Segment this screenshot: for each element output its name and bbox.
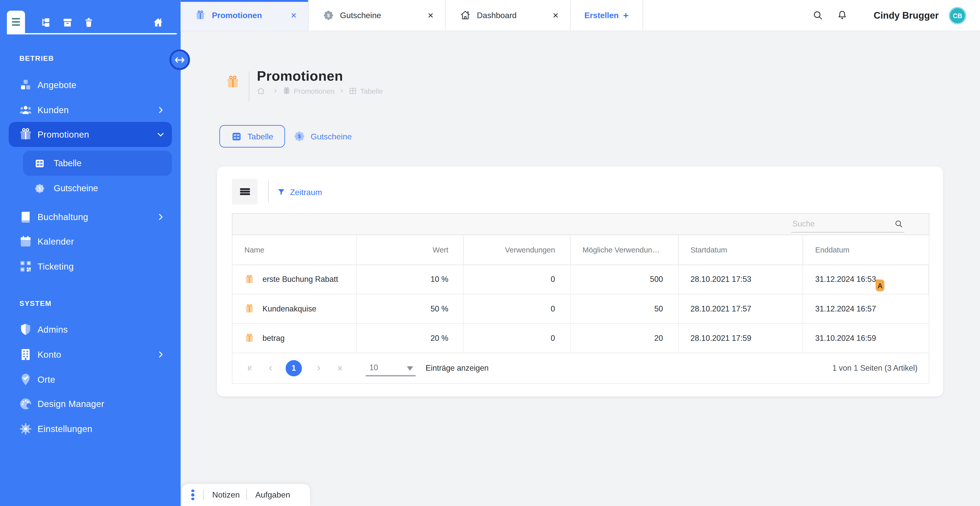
sidebar-item-konto[interactable]: Konto xyxy=(0,342,181,367)
page-title: Promotionen xyxy=(257,68,343,84)
sidebar-collapse-toggle[interactable] xyxy=(169,49,190,70)
cell-name: Kundenakquise xyxy=(262,305,317,313)
sidebar-item-label: Kalender xyxy=(38,236,74,247)
close-icon[interactable]: ✕ xyxy=(412,11,434,20)
next-page-icon[interactable] xyxy=(315,364,322,372)
view-tab-label: Tabelle xyxy=(248,132,273,141)
sidebar-item-einstellungen[interactable]: Einstellungen xyxy=(0,416,181,441)
drag-handle-dots-icon[interactable] xyxy=(191,488,194,501)
svg-text:$: $ xyxy=(327,13,330,18)
column-header-verwendungen[interactable]: Verwendungen xyxy=(464,235,571,264)
cell-enddatum: 31.10.2024 16:59 xyxy=(803,324,929,353)
filter-zeitraum-button[interactable]: Zeitraum xyxy=(277,183,322,201)
sidebar-item-ticketing[interactable]: Ticketing xyxy=(0,254,181,279)
column-header-enddatum[interactable]: Enddatum xyxy=(803,235,929,264)
sidebar-item-promotionen[interactable]: Promotionen xyxy=(9,122,172,147)
sidebar-item-angebote[interactable]: Angebote xyxy=(0,73,181,97)
column-header-startdatum[interactable]: Startdatum xyxy=(679,235,803,264)
cell-moegliche: 20 xyxy=(571,324,679,353)
sidebar: BETRIEB Angebote Kunden Promotionen Tabe… xyxy=(0,0,181,506)
building-icon xyxy=(19,348,32,361)
tab-gutscheine[interactable]: $ Gutscheine ✕ xyxy=(309,0,445,31)
sidebar-item-label: Angebote xyxy=(38,80,76,90)
first-page-icon[interactable] xyxy=(246,364,254,372)
dock-tab-notizen[interactable]: Notizen xyxy=(212,490,240,500)
archive-icon[interactable] xyxy=(62,17,73,28)
close-icon[interactable]: ✕ xyxy=(275,11,297,20)
table-row[interactable]: betrag 20 % 0 20 28.10.2021 17:59 31.10.… xyxy=(232,324,929,353)
table-menu-button[interactable] xyxy=(232,179,258,204)
sidebar-item-label: Admins xyxy=(38,325,68,334)
sidebar-item-buchhaltung[interactable]: Buchhaltung xyxy=(0,205,181,229)
tab-label: Dashboard xyxy=(477,11,517,20)
last-page-icon[interactable] xyxy=(336,364,343,372)
home-icon[interactable] xyxy=(153,17,164,28)
close-icon[interactable]: ✕ xyxy=(538,11,558,20)
sidebar-section-betrieb: BETRIEB xyxy=(19,54,54,62)
caret-down-icon xyxy=(407,366,413,371)
sidebar-item-orte[interactable]: Orte xyxy=(0,367,181,392)
sidebar-item-label: Kunden xyxy=(38,105,69,115)
trash-icon[interactable] xyxy=(83,17,94,28)
sidebar-item-design-manager[interactable]: Design Manager xyxy=(0,391,181,416)
prev-page-icon[interactable] xyxy=(267,364,274,372)
sidebar-item-label: Orte xyxy=(38,374,56,385)
column-header-moegliche-verwendungen[interactable]: Mögliche Verwendun… xyxy=(571,235,679,264)
column-header-name[interactable]: Name xyxy=(232,235,356,264)
sidebar-item-label: Buchhaltung xyxy=(38,212,88,222)
tab-dashboard[interactable]: Dashboard ✕ xyxy=(445,0,571,31)
table-row[interactable]: erste Buchung Rabatt 10 % 0 500 28.10.20… xyxy=(232,265,929,294)
chevron-right-icon xyxy=(156,106,165,115)
shield-icon xyxy=(19,323,32,336)
sidebar-item-kalender[interactable]: Kalender xyxy=(0,229,181,254)
bell-icon[interactable] xyxy=(837,10,848,21)
sidebar-subitem-tabelle[interactable]: Tabelle xyxy=(23,151,172,176)
header-divider xyxy=(249,71,249,102)
home-icon[interactable] xyxy=(257,87,265,95)
search-input[interactable] xyxy=(792,218,886,230)
calendar-icon xyxy=(19,234,32,248)
sidebar-item-admins[interactable]: Admins xyxy=(0,317,181,342)
sidebar-menu-button[interactable] xyxy=(7,11,25,33)
sitemap-icon[interactable] xyxy=(40,17,51,28)
cell-verwendungen: 0 xyxy=(464,324,571,353)
breadcrumb-promotionen[interactable]: Promotionen xyxy=(294,87,334,95)
dock-divider xyxy=(203,490,204,500)
table-row[interactable]: Kundenakquise 50 % 0 50 28.10.2021 17:57… xyxy=(232,294,929,324)
sidebar-item-label: Konto xyxy=(38,350,61,360)
chevron-right-icon xyxy=(156,213,165,221)
cell-verwendungen: 0 xyxy=(464,265,571,294)
table-icon xyxy=(35,158,45,169)
avatar[interactable]: CB xyxy=(949,6,966,24)
gift-icon xyxy=(195,10,206,21)
breadcrumb-tabelle[interactable]: Tabelle xyxy=(360,87,383,95)
sidebar-item-kunden[interactable]: Kunden xyxy=(0,97,181,123)
sidebar-subitem-gutscheine[interactable]: $ Gutscheine xyxy=(23,176,172,200)
voucher-badge-icon: $ xyxy=(323,10,334,21)
table-header-row: Name Wert Verwendungen Mögliche Verwendu… xyxy=(232,235,929,265)
page-size-select[interactable]: 10 xyxy=(366,360,416,377)
page-size-value: 10 xyxy=(369,363,378,372)
column-header-wert[interactable]: Wert xyxy=(356,235,464,264)
view-tab-gutscheine[interactable]: $ Gutscheine xyxy=(294,125,352,148)
sidebar-subitem-label: Tabelle xyxy=(54,158,82,168)
cell-startdatum: 28.10.2021 17:59 xyxy=(679,324,803,353)
main-content: Promotionen Promotionen Tabelle Tabelle … xyxy=(181,31,980,506)
tab-create[interactable]: Erstellen + xyxy=(571,0,643,31)
cell-wert: 20 % xyxy=(356,324,464,353)
pagination-row: 1 10 Einträge anzeigen 1 von 1 Seiten (3… xyxy=(232,353,929,383)
cell-wert: 50 % xyxy=(356,294,464,323)
search-icon[interactable] xyxy=(894,220,903,228)
topbar-right: Cindy Brugger CB xyxy=(812,0,980,31)
tab-promotionen[interactable]: Promotionen ✕ xyxy=(181,0,309,31)
view-tab-tabelle[interactable]: Tabelle xyxy=(220,125,285,148)
cell-startdatum: 28.10.2021 17:57 xyxy=(679,294,803,323)
filter-icon xyxy=(277,188,286,196)
create-label: Erstellen xyxy=(584,11,619,20)
gift-icon xyxy=(245,333,255,343)
dock-tab-aufgaben[interactable]: Aufgaben xyxy=(256,490,290,500)
user-name[interactable]: Cindy Brugger xyxy=(873,10,939,21)
search-icon[interactable] xyxy=(812,10,823,21)
sidebar-item-label: Einstellungen xyxy=(38,424,92,434)
page-number-button[interactable]: 1 xyxy=(286,360,302,377)
